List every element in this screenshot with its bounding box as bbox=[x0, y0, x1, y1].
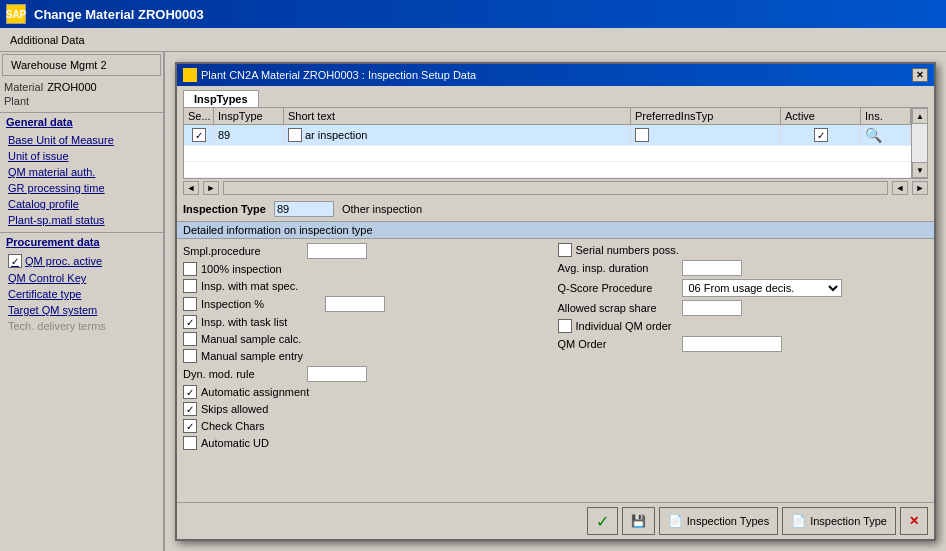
nav-target-qm[interactable]: Target QM system bbox=[0, 302, 163, 318]
auto-assignment-label: Automatic assignment bbox=[201, 386, 321, 398]
serial-numbers-checkbox[interactable] bbox=[558, 243, 572, 257]
grid-col-insptype: InspType bbox=[214, 108, 284, 124]
allowed-scrap-input[interactable] bbox=[682, 300, 742, 316]
row1-active[interactable] bbox=[781, 125, 861, 145]
inspection-pct-checkbox[interactable] bbox=[183, 297, 197, 311]
nav-tech-delivery: Tech. delivery terms bbox=[0, 318, 163, 334]
grid-col-shorttext: Short text bbox=[284, 108, 631, 124]
dialog-title-icon bbox=[183, 68, 197, 82]
insp-type-description: Other inspection bbox=[342, 203, 422, 215]
100pct-checkbox[interactable] bbox=[183, 262, 197, 276]
inspection-pct-input[interactable] bbox=[325, 296, 385, 312]
table-row[interactable]: 89 ar inspection 🔍 bbox=[184, 125, 911, 146]
nav-catalog-profile[interactable]: Catalog profile bbox=[0, 196, 163, 212]
confirm-button[interactable]: ✓ bbox=[587, 507, 618, 535]
nav-base-unit[interactable]: Base Unit of Measure bbox=[0, 132, 163, 148]
menu-additional-data[interactable]: Additional Data bbox=[4, 32, 91, 48]
automatic-ud-checkbox[interactable] bbox=[183, 436, 197, 450]
save-icon: 💾 bbox=[631, 514, 646, 528]
dialog-title-bar: Plant CN2A Material ZROH0003 : Inspectio… bbox=[177, 64, 934, 86]
main-title-bar: SAP Change Material ZROH0003 bbox=[0, 0, 946, 28]
row1-active-check[interactable] bbox=[814, 128, 828, 142]
tab-insptypes[interactable]: InspTypes bbox=[183, 90, 259, 107]
material-field-row: Material ZROH000 bbox=[0, 80, 163, 94]
inspection-type-section: Inspection Type Other inspection bbox=[177, 197, 934, 221]
grid-nav-row: ◄ ► ◄ ► bbox=[177, 179, 934, 197]
manual-sample-entry-label: Manual sample entry bbox=[201, 350, 321, 362]
nav-plant-status[interactable]: Plant-sp.matl status bbox=[0, 212, 163, 228]
nav-qm-proc-active[interactable]: QM proc. active bbox=[0, 252, 163, 270]
inspection-types-button[interactable]: 📄 Inspection Types bbox=[659, 507, 778, 535]
grid-scrollbar-right[interactable]: ▲ ▼ bbox=[911, 108, 927, 178]
row1-select[interactable] bbox=[192, 128, 206, 142]
inspection-types-label: Inspection Types bbox=[687, 515, 769, 527]
confirm-icon: ✓ bbox=[596, 512, 609, 531]
row1-short-check[interactable] bbox=[288, 128, 302, 142]
section-procurement-data[interactable]: Procurement data bbox=[0, 232, 163, 252]
automatic-ud-label: Automatic UD bbox=[201, 437, 321, 449]
scroll-up-btn[interactable]: ▲ bbox=[912, 108, 928, 124]
insp-type-input[interactable] bbox=[274, 201, 334, 217]
cancel-button[interactable]: ✕ bbox=[900, 507, 928, 535]
insp-task-list-checkbox[interactable] bbox=[183, 315, 197, 329]
smpl-procedure-row: Smpl.procedure bbox=[183, 243, 554, 259]
manual-sample-entry-checkbox[interactable] bbox=[183, 349, 197, 363]
q-score-procedure-select[interactable]: 06 From usage decis. bbox=[682, 279, 842, 297]
individual-qm-order-checkbox[interactable] bbox=[558, 319, 572, 333]
save-button[interactable]: 💾 bbox=[622, 507, 655, 535]
scroll-down-btn[interactable]: ▼ bbox=[912, 162, 928, 178]
smpl-procedure-input[interactable] bbox=[307, 243, 367, 259]
row-select-checkbox[interactable] bbox=[184, 125, 214, 145]
auto-assignment-checkbox[interactable] bbox=[183, 385, 197, 399]
qm-order-input[interactable] bbox=[682, 336, 782, 352]
detail-left-col: Smpl.procedure 100% inspection Insp. wit… bbox=[183, 243, 554, 450]
section-general-data[interactable]: General data bbox=[0, 112, 163, 132]
100pct-inspection-row: 100% inspection bbox=[183, 262, 554, 276]
insp-types-grid: Se... InspType Short text PreferredInsTy… bbox=[183, 107, 928, 179]
row1-ins: 🔍 bbox=[861, 125, 911, 145]
serial-numbers-label: Serial numbers poss. bbox=[576, 244, 696, 256]
horiz-scrollbar[interactable] bbox=[223, 181, 888, 195]
check-chars-checkbox[interactable] bbox=[183, 419, 197, 433]
nav-right-btn[interactable]: ► bbox=[203, 181, 219, 195]
manual-sample-calc-row: Manual sample calc. bbox=[183, 332, 554, 346]
table-row-empty2 bbox=[184, 162, 911, 178]
qm-proc-active-checkbox[interactable] bbox=[8, 254, 22, 268]
qm-order-row: QM Order bbox=[558, 336, 929, 352]
tab-warehouse-mgmt2[interactable]: Warehouse Mgmt 2 bbox=[2, 54, 161, 76]
dyn-mod-rule-input[interactable] bbox=[307, 366, 367, 382]
nav-gr-processing[interactable]: GR processing time bbox=[0, 180, 163, 196]
insp-mat-spec-checkbox[interactable] bbox=[183, 279, 197, 293]
row1-insptype[interactable]: 89 bbox=[214, 125, 284, 145]
check-chars-row: Check Chars bbox=[183, 419, 554, 433]
grid-inner: Se... InspType Short text PreferredInsTy… bbox=[184, 108, 911, 178]
q-score-procedure-row: Q-Score Procedure 06 From usage decis. bbox=[558, 279, 929, 297]
scroll-track[interactable] bbox=[912, 124, 927, 162]
manual-sample-calc-checkbox[interactable] bbox=[183, 332, 197, 346]
skips-allowed-label: Skips allowed bbox=[201, 403, 321, 415]
allowed-scrap-row: Allowed scrap share bbox=[558, 300, 929, 316]
inspection-type-label: Inspection Type bbox=[810, 515, 887, 527]
dialog-close-button[interactable]: ✕ bbox=[912, 68, 928, 82]
dyn-mod-rule-label: Dyn. mod. rule bbox=[183, 368, 303, 380]
nav-qm-material-auth[interactable]: QM material auth. bbox=[0, 164, 163, 180]
allowed-scrap-label: Allowed scrap share bbox=[558, 302, 678, 314]
nav-qm-control-key[interactable]: QM Control Key bbox=[0, 270, 163, 286]
left-panel: Warehouse Mgmt 2 Material ZROH000 Plant … bbox=[0, 52, 165, 551]
cancel-icon: ✕ bbox=[909, 514, 919, 528]
main-window-title: Change Material ZROH0003 bbox=[34, 7, 204, 22]
nav-end-left-btn[interactable]: ◄ bbox=[892, 181, 908, 195]
nav-certificate-type[interactable]: Certificate type bbox=[0, 286, 163, 302]
row1-preferred-check[interactable] bbox=[635, 128, 649, 142]
plant-label: Plant bbox=[4, 95, 29, 107]
avg-insp-duration-input[interactable] bbox=[682, 260, 742, 276]
nav-unit-issue[interactable]: Unit of issue bbox=[0, 148, 163, 164]
inspection-type-button[interactable]: 📄 Inspection Type bbox=[782, 507, 896, 535]
main-content-area: Plant CN2A Material ZROH0003 : Inspectio… bbox=[165, 52, 946, 551]
smpl-procedure-label: Smpl.procedure bbox=[183, 245, 303, 257]
nav-left-btn[interactable]: ◄ bbox=[183, 181, 199, 195]
nav-end-right-btn[interactable]: ► bbox=[912, 181, 928, 195]
detail-content: Smpl.procedure 100% inspection Insp. wit… bbox=[177, 239, 934, 454]
plant-field-row: Plant bbox=[0, 94, 163, 108]
skips-allowed-checkbox[interactable] bbox=[183, 402, 197, 416]
